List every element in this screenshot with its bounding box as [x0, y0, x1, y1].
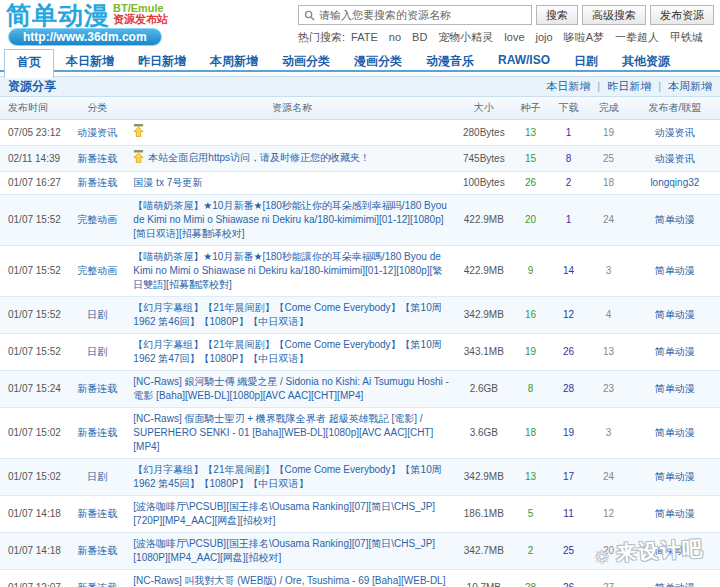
publisher-link[interactable]: 简单动漫	[655, 265, 695, 276]
col-header-time: 发布时间	[0, 97, 66, 120]
nav-tab[interactable]: RAW/ISO	[486, 49, 562, 76]
quick-link[interactable]: 本日新增	[546, 80, 590, 92]
col-header-completed: 完成	[588, 97, 630, 120]
table-row: 01/07 15:02 日剧 【幻月字幕组】【21年晨间剧】【Come Come…	[0, 459, 720, 496]
nav-tab[interactable]: 动漫音乐	[414, 49, 486, 76]
publisher-link[interactable]: 简单动漫	[655, 508, 695, 519]
category-link[interactable]: 完整动画	[77, 214, 117, 225]
table-row: 01/07 15:02 新番连载 [NC-Raws] 假面騎士聖刃 + 機界戰隊…	[0, 408, 720, 459]
publisher-link[interactable]: 简单动漫	[655, 471, 695, 482]
category-link[interactable]: 日剧	[87, 471, 107, 482]
table-row: 07/05 23:12 动漫资讯 280Bytes 13 1 19 动漫资讯	[0, 120, 720, 146]
search-icon	[304, 10, 315, 21]
publisher-link[interactable]: 简单动漫	[655, 346, 695, 357]
completed-count: 13	[588, 334, 630, 371]
resource-name-link[interactable]: [NC-Raws] 叫我對大哥 (WEB版) / Ore, Tsushima -…	[133, 575, 445, 587]
category-link[interactable]: 新番连载	[77, 153, 117, 164]
category-link[interactable]: 动漫资讯	[77, 127, 117, 138]
nav-tab[interactable]: 本周新增	[198, 49, 270, 76]
nav-tab[interactable]: 昨日新增	[126, 49, 198, 76]
nav-tab[interactable]: 首页	[4, 49, 54, 78]
resource-name-link[interactable]: 本站全面启用https访问，请及时修正您的收藏夹！	[148, 152, 370, 163]
publisher-link[interactable]: 动漫资讯	[655, 127, 695, 138]
publisher-link[interactable]: 简单动漫	[655, 427, 695, 438]
category-link[interactable]: 新番连载	[77, 545, 117, 556]
category-link[interactable]: 新番连载	[77, 427, 117, 438]
table-header-row: 发布时间 分类 资源名称 大小 种子 下载 完成 发布者/联盟	[0, 97, 720, 120]
category-link[interactable]: 日剧	[87, 309, 107, 320]
size-value: 342.9MB	[456, 459, 511, 496]
publisher-link[interactable]: 简单动漫	[655, 309, 695, 320]
completed-count: 18	[588, 172, 630, 195]
resource-name-link[interactable]: 【喵萌奶茶屋】★10月新番★[180秒能让你的耳朵感到幸福吗/180 Byou …	[133, 200, 447, 239]
nav-tab[interactable]: 漫画分类	[342, 49, 414, 76]
completed-count: 23	[588, 371, 630, 408]
publisher-link[interactable]: 简单动漫	[655, 383, 695, 394]
resource-name-link[interactable]: 【幻月字幕组】【21年晨间剧】【Come Come Everybody】【第10…	[133, 339, 441, 364]
resource-name-link[interactable]: [NC-Raws] 銀河騎士傳 織愛之星 / Sidonia no Kishi:…	[133, 376, 448, 401]
publish-time: 01/07 15:52	[0, 334, 66, 371]
hot-search-term[interactable]: 宠物小精灵	[438, 31, 493, 43]
hot-search-term[interactable]: 一拳超人	[615, 31, 659, 43]
completed-count: 3	[588, 408, 630, 459]
completed-count: 3	[588, 246, 630, 297]
nav-tab[interactable]: 其他资源	[610, 49, 682, 76]
publish-time: 01/07 15:52	[0, 195, 66, 246]
search-button[interactable]: 搜索	[536, 5, 578, 25]
publish-resource-button[interactable]: 发布资源	[650, 5, 714, 25]
nav-tab[interactable]: 日剧	[562, 49, 610, 76]
col-header-name: 资源名称	[128, 97, 456, 120]
advanced-search-button[interactable]: 高级搜索	[582, 5, 646, 25]
resource-name-link[interactable]: 【喵萌奶茶屋】★10月新番★[180秒能讓你的耳朵幸福嗎/180 Byou de…	[133, 251, 442, 290]
table-row: 01/07 15:52 完整动画 【喵萌奶茶屋】★10月新番★[180秒能让你的…	[0, 195, 720, 246]
col-header-size: 大小	[456, 97, 511, 120]
resource-name-link[interactable]: 【幻月字幕组】【21年晨间剧】【Come Come Everybody】【第10…	[133, 302, 441, 327]
table-row: 01/07 14:18 新番连载 [波洛咖啡厅\PCSUB][国王排名\Ousa…	[0, 533, 720, 570]
publish-time: 01/07 14:18	[0, 496, 66, 533]
hot-search-term[interactable]: FATE	[351, 31, 378, 43]
table-row: 01/07 15:52 完整动画 【喵萌奶茶屋】★10月新番★[180秒能讓你的…	[0, 246, 720, 297]
hot-search-term[interactable]: 甲铁城	[670, 31, 703, 43]
hot-search-row: 热门搜索:FATEnoBD宠物小精灵lovejojo哆啦A梦一拳超人甲铁城	[298, 30, 714, 45]
nav-tab[interactable]: 动画分类	[270, 49, 342, 76]
category-link[interactable]: 新番连载	[77, 383, 117, 394]
completed-count: 4	[588, 297, 630, 334]
hot-search-term[interactable]: jojo	[536, 31, 553, 43]
downloads-count: 1	[549, 120, 587, 146]
downloads-count: 14	[549, 246, 587, 297]
publish-time: 02/11 14:39	[0, 146, 66, 172]
nav-tab[interactable]: 本日新增	[54, 49, 126, 76]
publish-time: 01/07 15:24	[0, 371, 66, 408]
category-link[interactable]: 完整动画	[77, 265, 117, 276]
table-row: 02/11 14:39 新番连载 本站全面启用https访问，请及时修正您的收藏…	[0, 146, 720, 172]
category-link[interactable]: 新番连载	[77, 177, 117, 188]
category-link[interactable]: 新番连载	[77, 508, 117, 519]
downloads-count: 2	[549, 172, 587, 195]
resource-table: 发布时间 分类 资源名称 大小 种子 下载 完成 发布者/联盟 07/05 23…	[0, 97, 720, 587]
resource-name-link[interactable]: 国漫 tx 7号更新	[133, 177, 202, 188]
publisher-link[interactable]: longqing32	[650, 177, 699, 188]
table-row: 01/07 14:18 新番连载 [波洛咖啡厅\PCSUB][国王排名\Ousa…	[0, 496, 720, 533]
publisher-link[interactable]: 简单动漫	[655, 582, 695, 587]
publisher-link[interactable]: 简单动漫	[655, 545, 695, 556]
resource-name-link[interactable]: [波洛咖啡厅\PCSUB][国王排名\Ousama Ranking][07][简…	[133, 538, 435, 563]
main-nav: 首页本日新增昨日新增本周新增动画分类漫画分类动漫音乐RAW/ISO日剧其他资源	[0, 46, 720, 72]
hot-search-label: 热门搜索:	[298, 31, 345, 43]
site-logo[interactable]: 简单动漫	[6, 3, 110, 27]
hot-search-term[interactable]: 哆啦A梦	[564, 31, 604, 43]
site-url-badge[interactable]: http://www.36dm.com	[8, 28, 162, 46]
publisher-link[interactable]: 动漫资讯	[655, 153, 695, 164]
search-input[interactable]	[319, 9, 526, 21]
category-link[interactable]: 日剧	[87, 346, 107, 357]
resource-name-link[interactable]: 【幻月字幕组】【21年晨间剧】【Come Come Everybody】【第10…	[133, 464, 441, 489]
publisher-link[interactable]: 简单动漫	[655, 214, 695, 225]
quick-link[interactable]: 本周新增	[651, 80, 712, 92]
hot-search-term[interactable]: BD	[412, 31, 427, 43]
resource-name-link[interactable]: [波洛咖啡厅\PCSUB][国王排名\Ousama Ranking][07][简…	[133, 501, 435, 526]
hot-search-term[interactable]: love	[504, 31, 524, 43]
hot-search-term[interactable]: no	[389, 31, 401, 43]
category-link[interactable]: 新番连载	[77, 582, 117, 587]
search-box	[298, 5, 532, 25]
resource-name-link[interactable]: [NC-Raws] 假面騎士聖刃 + 機界戰隊全界者 超級英雄戰記 [電影] /…	[133, 413, 433, 452]
quick-link[interactable]: 昨日新增	[590, 80, 651, 92]
